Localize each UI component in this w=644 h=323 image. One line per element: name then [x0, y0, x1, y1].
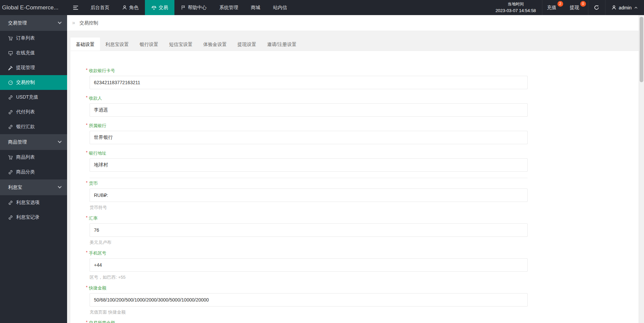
field-hint: 区号，如巴西: +55 [90, 274, 639, 280]
local-time-value: 2023-03-07 14:54:58 [495, 7, 536, 14]
form-item-currency: *货币 货币符号 [90, 180, 639, 211]
field-label: 收款银行卡号 [89, 68, 115, 73]
required-mark: * [86, 215, 88, 220]
sidebar-item-online-recharge[interactable]: 在线充值 [0, 46, 67, 60]
cart-icon [8, 36, 13, 41]
tab-lixibao-settings[interactable]: 利息宝设置 [100, 38, 134, 51]
chevron-down-icon [58, 139, 61, 143]
sidebar-group-trade-management[interactable]: 交易管理 [0, 15, 67, 31]
nav-item-trade[interactable]: 交易 [145, 0, 174, 15]
flag-icon [181, 5, 186, 10]
link-icon [8, 200, 13, 205]
tab-invite-register-settings[interactable]: 邀请/注册设置 [262, 38, 302, 51]
form-item-quick-amounts: *快捷金额 充值页面 快捷金额 [90, 285, 639, 315]
bank-address-input[interactable] [90, 158, 528, 172]
tab-sms-settings[interactable]: 短信宝设置 [164, 38, 198, 51]
nav-item-dashboard[interactable]: 后台首页 [84, 0, 116, 15]
sidebar-item-order-list[interactable]: 订单列表 [0, 31, 67, 46]
form-item-required-trade-amount: *交易所需金额 [90, 320, 639, 323]
form-divider [90, 178, 528, 178]
sidebar-item-withdraw-management[interactable]: 提现管理 [0, 60, 67, 75]
quick-amounts-input[interactable] [90, 293, 528, 307]
field-label: 快捷金额 [89, 285, 106, 290]
basic-settings-form: *收款银行卡号 *收款人 *所属银行 *银行地址 [70, 51, 639, 323]
tab-withdraw-settings[interactable]: 提现设置 [232, 38, 262, 51]
menu-toggle-icon[interactable] [67, 0, 84, 15]
vertical-scrollbar [639, 15, 644, 323]
chevron-up-icon [634, 6, 638, 10]
field-hint: 充值页面 快捷金额 [90, 309, 639, 315]
gavel-icon [8, 65, 13, 70]
required-mark: * [86, 67, 88, 72]
field-label: 汇率 [89, 216, 98, 221]
chevron-down-icon [58, 184, 61, 188]
field-label: 银行地址 [89, 151, 106, 156]
form-item-bank-card-number: *收款银行卡号 [90, 68, 639, 89]
required-mark: * [86, 180, 88, 185]
withdraw-badge: 0 [580, 1, 586, 7]
required-mark: * [86, 122, 88, 127]
nav-item-system[interactable]: 系统管理 [213, 0, 245, 15]
required-mark: * [86, 95, 88, 100]
refresh-icon[interactable] [588, 0, 605, 15]
sidebar-item-product-list[interactable]: 商品列表 [0, 150, 67, 165]
field-label: 所属银行 [89, 123, 106, 128]
gauge-icon [8, 80, 13, 85]
sidebar: 交易管理 订单列表 在线充值 提现管理 [0, 15, 67, 323]
sidebar-group-product-management[interactable]: 商品管理 [0, 134, 67, 150]
field-hint: 美元兑卢布 [90, 239, 639, 246]
required-mark: * [86, 250, 88, 255]
sidebar-item-lixibao-options[interactable]: 利息宝选项 [0, 195, 67, 210]
sidebar-item-trade-control[interactable]: 交易控制 [0, 75, 67, 90]
scrollbar-thumb[interactable] [640, 17, 643, 82]
local-time-label: 当地时间 [495, 1, 536, 7]
chevron-down-icon [58, 20, 61, 24]
field-label: 交易所需金额 [89, 320, 115, 323]
nav-item-messages[interactable]: 站内信 [267, 0, 293, 15]
field-hint: 货币符号 [90, 205, 639, 211]
exchange-rate-input[interactable] [90, 223, 528, 237]
nav-item-mall[interactable]: 商城 [245, 0, 267, 15]
form-item-payee: *收款人 [90, 95, 639, 117]
withdraw-button[interactable]: 提现 0 [565, 0, 584, 15]
link-icon [8, 170, 13, 175]
bank-name-input[interactable] [90, 131, 528, 144]
recharge-button[interactable]: 充值 2 [542, 0, 561, 15]
recharge-badge: 2 [557, 1, 563, 7]
app-logo: Global E-Commerce... [0, 0, 67, 15]
link-icon [8, 95, 13, 100]
sidebar-item-lixibao-records[interactable]: 利息宝记录 [0, 210, 67, 225]
main-content: » 交易控制 基础设置 利息宝设置 银行设置 短信宝设置 体验金设置 提现设置 … [67, 15, 639, 323]
nav-item-roles[interactable]: 角色 [116, 0, 145, 15]
user-menu[interactable]: admin [605, 0, 644, 15]
required-mark: * [86, 150, 88, 155]
phone-area-code-input[interactable] [90, 258, 528, 272]
sidebar-item-bank-transfer[interactable]: 银行汇款 [0, 119, 67, 134]
tab-bar: 基础设置 利息宝设置 银行设置 短信宝设置 体验金设置 提现设置 邀请/注册设置 [70, 38, 639, 51]
tab-bank-settings[interactable]: 银行设置 [134, 38, 164, 51]
tab-trial-fund-settings[interactable]: 体验金设置 [198, 38, 232, 51]
sidebar-item-product-category[interactable]: 商品分类 [0, 165, 67, 179]
field-label: 收款人 [89, 96, 102, 101]
double-angle-icon: » [72, 20, 75, 25]
currency-input[interactable] [90, 189, 528, 202]
topbar-right: 当地时间 2023-03-07 14:54:58 充值 2 提现 0 admin [489, 0, 644, 15]
form-item-exchange-rate: *汇率 美元兑卢布 [90, 215, 639, 246]
page-title: 交易控制 [79, 20, 98, 25]
field-label: 手机区号 [89, 251, 106, 256]
bank-card-number-input[interactable] [90, 76, 528, 89]
sidebar-item-usdt-recharge[interactable]: USDT充值 [0, 90, 67, 105]
sidebar-group-lixibao[interactable]: 利息宝 [0, 179, 67, 195]
local-time: 当地时间 2023-03-07 14:54:58 [489, 0, 542, 15]
board-icon [8, 51, 13, 56]
top-nav: 后台首页 角色 交易 帮 [84, 0, 293, 15]
link-icon [8, 110, 13, 115]
user-icon [611, 5, 616, 10]
field-label: 货币 [89, 181, 98, 186]
payee-input[interactable] [90, 103, 528, 117]
topbar: Global E-Commerce... 后台首页 角色 交易 [0, 0, 644, 15]
form-item-phone-area-code: *手机区号 区号，如巴西: +55 [90, 250, 639, 280]
nav-item-help[interactable]: 帮助中心 [174, 0, 213, 15]
tab-basic-settings[interactable]: 基础设置 [70, 38, 100, 51]
sidebar-item-daifu-list[interactable]: 代付列表 [0, 105, 67, 119]
